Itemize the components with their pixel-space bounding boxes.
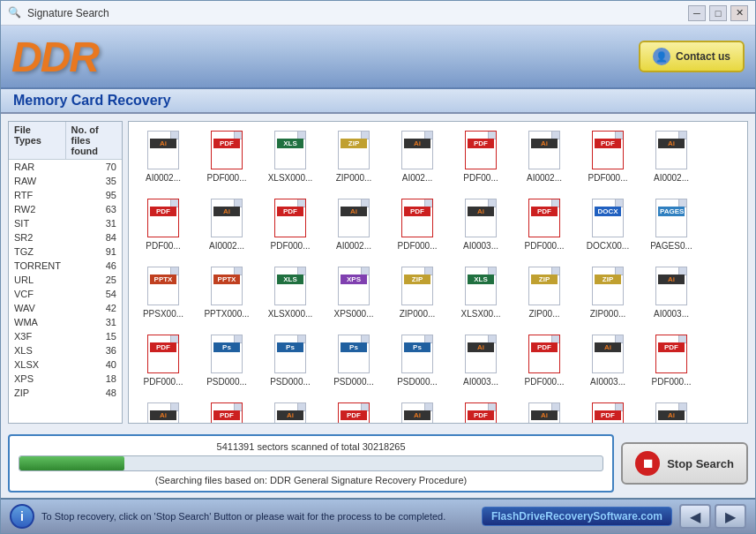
- table-row[interactable]: PDF PDF000...: [196, 397, 258, 423]
- file-icon: PDF: [273, 197, 308, 239]
- table-row[interactable]: Ai AI0003...: [386, 397, 448, 423]
- contact-button[interactable]: 👤 Contact us: [639, 41, 745, 72]
- table-row[interactable]: DOCX DOCX00...: [577, 193, 639, 259]
- file-name: PDF000...: [388, 241, 446, 252]
- file-type-cell: RAR: [9, 161, 65, 173]
- minimize-button[interactable]: ─: [688, 5, 706, 21]
- file-type-cell: XPS: [9, 372, 65, 385]
- list-item[interactable]: WAV 42: [9, 301, 122, 315]
- table-row[interactable]: Ai AI0003...: [259, 397, 321, 423]
- list-item[interactable]: TORRENT 46: [9, 259, 122, 273]
- list-item[interactable]: RTF 95: [9, 188, 122, 202]
- file-count-cell: 42: [65, 302, 122, 314]
- table-row[interactable]: PAGES PAGES0...: [640, 193, 702, 259]
- table-row[interactable]: PDF PDF000...: [259, 193, 321, 259]
- table-row[interactable]: Ai AI0003...: [132, 397, 194, 423]
- file-type-cell: WMA: [9, 316, 65, 328]
- table-row[interactable]: Ai AI0003...: [513, 397, 575, 423]
- table-row[interactable]: Ps PSD000...: [386, 329, 448, 395]
- table-row[interactable]: PDF PDF000...: [513, 329, 575, 395]
- file-type-cell: X3F: [9, 330, 65, 342]
- file-type-cell: RAW: [9, 175, 65, 187]
- file-name: AI0002...: [642, 173, 700, 184]
- table-row[interactable]: Ps PSD000...: [259, 329, 321, 395]
- maximize-button[interactable]: □: [709, 5, 727, 21]
- table-row[interactable]: PDF PDF000...: [577, 125, 639, 192]
- file-name: XLSX00...: [452, 309, 510, 320]
- table-row[interactable]: PDF PDF000...: [323, 397, 385, 423]
- file-list-header: File Types No. of files found: [9, 122, 122, 160]
- file-list-body[interactable]: RAR 70 RAW 35 RTF 95 RW2 63 SIT 31 SR2 8…: [9, 160, 122, 423]
- table-row[interactable]: Ai AI0003...: [640, 397, 702, 423]
- file-name: ZIP00...: [515, 309, 573, 320]
- list-item[interactable]: RAW 35: [9, 174, 122, 188]
- table-row[interactable]: Ai AI0002...: [196, 193, 258, 259]
- table-row[interactable]: PDF PDF000...: [132, 329, 194, 395]
- table-row[interactable]: ZIP ZIP000...: [386, 261, 448, 327]
- ddr-logo: DDR: [11, 33, 98, 81]
- table-row[interactable]: ZIP ZIP000...: [323, 125, 385, 192]
- table-row[interactable]: PDF PDF000...: [640, 329, 702, 395]
- table-row[interactable]: XLS XLSX00...: [450, 261, 512, 327]
- table-row[interactable]: ZIP ZIP00...: [513, 261, 575, 327]
- list-item[interactable]: RAR 70: [9, 160, 122, 174]
- list-item[interactable]: RW2 63: [9, 202, 122, 216]
- table-row[interactable]: XLS XLSX000...: [259, 261, 321, 327]
- table-row[interactable]: Ai AI0003...: [577, 329, 639, 395]
- list-item[interactable]: X3F 15: [9, 329, 122, 343]
- file-type-cell: RTF: [9, 189, 65, 201]
- table-row[interactable]: PDF PDF000...: [450, 397, 512, 423]
- table-row[interactable]: Ai AI0002...: [513, 125, 575, 192]
- table-row[interactable]: Ai AI0002...: [640, 125, 702, 192]
- nav-forward-button[interactable]: ▶: [715, 504, 746, 529]
- file-type-cell: TORRENT: [9, 259, 66, 272]
- table-row[interactable]: PDF PDF000...: [513, 193, 575, 259]
- file-name: PDF00...: [452, 173, 510, 184]
- file-icon: ZIP: [590, 265, 625, 307]
- list-item[interactable]: VCF 54: [9, 287, 122, 301]
- table-row[interactable]: Ai AI002...: [386, 125, 448, 192]
- table-row[interactable]: PDF PDF000...: [196, 125, 258, 192]
- table-row[interactable]: Ai AI0002...: [132, 125, 194, 192]
- table-row[interactable]: PDF PDF000...: [577, 397, 639, 423]
- file-icon: PDF: [590, 401, 625, 423]
- list-item[interactable]: WMA 31: [9, 315, 122, 329]
- table-row[interactable]: ZIP ZIP000...: [577, 261, 639, 327]
- file-icon: XLS: [273, 129, 308, 171]
- nav-back-button[interactable]: ◀: [679, 504, 711, 529]
- file-type-cell: URL: [9, 274, 65, 286]
- file-name: ZIP000...: [388, 309, 446, 320]
- file-name: PDF000...: [261, 241, 319, 252]
- file-name: XLSX000...: [261, 173, 319, 184]
- list-item[interactable]: XLSX 40: [9, 357, 122, 372]
- table-row[interactable]: PPTX PPTX000...: [196, 261, 258, 327]
- table-row[interactable]: PDF PDF000...: [386, 193, 448, 259]
- file-icon: Ps: [273, 333, 308, 375]
- file-type-cell: VCF: [9, 288, 65, 300]
- table-row[interactable]: XLS XLSX000...: [259, 125, 321, 192]
- table-row[interactable]: Ps PSD000...: [196, 329, 258, 395]
- progress-bar-bg: [19, 455, 603, 471]
- table-row[interactable]: Ai AI0003...: [640, 261, 702, 327]
- table-row[interactable]: Ai AI0002...: [323, 193, 385, 259]
- table-row[interactable]: Ps PSD000...: [323, 329, 385, 395]
- close-button[interactable]: ✕: [730, 5, 748, 21]
- table-row[interactable]: PDF PDF00...: [450, 125, 512, 192]
- list-item[interactable]: ZIP 48: [9, 386, 122, 400]
- table-row[interactable]: PPTX PPSX00...: [132, 261, 194, 327]
- table-row[interactable]: Ai AI0003...: [450, 193, 512, 259]
- list-item[interactable]: SIT 31: [9, 216, 122, 230]
- table-row[interactable]: PDF PDF00...: [132, 193, 194, 259]
- file-grid-scroll[interactable]: Ai AI0002... PDF PDF000... XLS XLSX000..…: [129, 122, 747, 423]
- stop-search-button[interactable]: ⏹ Stop Search: [621, 442, 748, 485]
- list-item[interactable]: TGZ 91: [9, 244, 122, 259]
- table-row[interactable]: Ai AI0003...: [450, 329, 512, 395]
- file-name: AI0003...: [579, 377, 637, 387]
- list-item[interactable]: XPS 18: [9, 372, 122, 386]
- table-row[interactable]: XPS XPS000...: [323, 261, 385, 327]
- file-icon: Ps: [336, 333, 371, 375]
- list-item[interactable]: XLS 36: [9, 343, 122, 357]
- list-item[interactable]: SR2 84: [9, 230, 122, 244]
- file-icon: PDF: [527, 197, 562, 239]
- list-item[interactable]: URL 25: [9, 273, 122, 287]
